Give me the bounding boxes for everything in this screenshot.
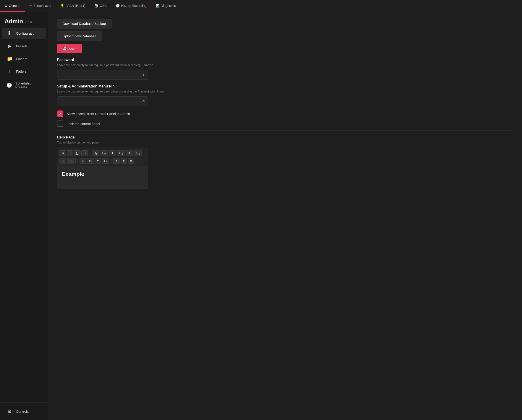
toolbar-h4[interactable]: H4 xyxy=(117,150,125,157)
toolbar-superscript[interactable]: x² xyxy=(80,158,86,164)
tab-diagnostics[interactable]: 📊 Diagnostics xyxy=(151,0,182,12)
toolbar-bold[interactable]: B xyxy=(60,150,66,156)
toolbar-align-right[interactable]: ≡ xyxy=(128,158,134,164)
app-version: v3.1.0 xyxy=(24,21,32,24)
help-page-editor: B I U S H1 H2 H3 H4 H5 H6 ☰ 1☰ x² x₂ ❝ F… xyxy=(57,148,148,189)
lock-panel-checkbox[interactable] xyxy=(57,120,63,127)
password-input[interactable] xyxy=(57,70,148,80)
save-button[interactable]: 💾 Save xyxy=(57,44,82,53)
allow-access-label: Allow access from Control Panel to Admin xyxy=(67,112,130,116)
toolbar-italic[interactable]: I xyxy=(67,150,73,156)
sidebar-item-configuration[interactable]: 🗄 Configuration xyxy=(2,28,46,39)
password-desc: Leave the box empty to not require a pas… xyxy=(57,63,513,68)
toolbar-h1[interactable]: H1 xyxy=(92,150,99,157)
database-actions: Download Database Backup Upload new Data… xyxy=(57,19,513,53)
toolbar-clear-format[interactable]: Fx xyxy=(102,158,109,164)
toolbar-ordered-list[interactable]: 1☰ xyxy=(67,158,76,164)
lock-panel-label: Lock the control panel xyxy=(67,122,100,126)
faders-icon: ↑ xyxy=(6,69,13,74)
main-content: Download Database Backup Upload new Data… xyxy=(48,12,522,420)
allow-access-row: ✓ Allow access from Control Panel to Adm… xyxy=(57,111,513,117)
lock-panel-row: Lock the control panel xyxy=(57,120,513,127)
allow-access-checkbox[interactable]: ✓ xyxy=(57,111,63,117)
password-toggle-visibility-icon[interactable]: 👁 xyxy=(142,73,146,77)
screensaver-icon: ✏ xyxy=(29,4,32,8)
password-input-wrapper: 👁 xyxy=(57,70,148,80)
sidebar-bottom: ⚙ Controls xyxy=(0,403,48,418)
upload-database-button[interactable]: Upload new Database xyxy=(57,31,102,41)
folders-icon: 📁 xyxy=(6,56,13,61)
presets-icon: ▶ xyxy=(6,43,13,49)
admin-pin-toggle-visibility-icon[interactable]: 👁 xyxy=(142,99,146,103)
download-database-button[interactable]: Download Database Backup xyxy=(57,19,111,29)
admin-pin-title: Setup & Administration Menu Pin xyxy=(57,84,513,88)
sidebar-item-folders[interactable]: 📁 Folders xyxy=(2,53,46,65)
tab-osc[interactable]: 📡 OSC xyxy=(90,0,111,12)
tab-screensaver[interactable]: ✏ Screensaver xyxy=(25,0,56,12)
toolbar-align-center[interactable]: ≡ xyxy=(121,158,127,164)
sidebar-item-controls[interactable]: ⚙ Controls xyxy=(2,405,46,417)
history-icon: 🕐 xyxy=(116,4,120,8)
toolbar-subscript[interactable]: x₂ xyxy=(87,158,94,164)
help-page-editor-body[interactable]: Example xyxy=(57,166,148,189)
sacn-icon: 💡 xyxy=(60,4,64,8)
sidebar-item-faders[interactable]: ↑ Faders xyxy=(2,66,46,77)
save-icon: 💾 xyxy=(62,46,67,51)
configuration-icon: 🗄 xyxy=(6,31,13,36)
admin-pin-input-wrapper: 👁 xyxy=(57,96,148,106)
help-page-title: Help Page xyxy=(57,135,513,139)
tab-sacn[interactable]: 💡 sACN (E1.31) xyxy=(56,0,90,12)
sidebar: Admin v3.1.0 🗄 Configuration ▶ Presets 📁… xyxy=(0,12,48,420)
app-title: Admin xyxy=(5,18,23,25)
divider xyxy=(57,130,513,131)
password-title: Password xyxy=(57,58,513,62)
toolbar-h5[interactable]: H5 xyxy=(126,150,133,157)
toolbar-sep-4 xyxy=(111,159,111,163)
sidebar-item-presets[interactable]: ▶ Presets xyxy=(2,40,46,52)
toolbar-sep-2 xyxy=(144,151,144,155)
toolbar-bullet-list[interactable]: ☰ xyxy=(60,158,66,164)
scheduled-presets-icon: 🕐 xyxy=(6,82,12,88)
admin-pin-desc: Leave the box empty to not require a pin… xyxy=(57,89,513,94)
diagnostics-icon: 📊 xyxy=(155,4,159,8)
toolbar-strikethrough[interactable]: S xyxy=(81,150,88,156)
toolbar-sep-1 xyxy=(90,151,90,155)
sidebar-item-scheduled-presets[interactable]: 🕐 Scheduled Presets xyxy=(2,78,46,92)
toolbar-underline[interactable]: U xyxy=(74,150,80,156)
app-title-area: Admin v3.1.0 xyxy=(0,14,48,27)
toolbar-h6[interactable]: H6 xyxy=(134,150,142,157)
editor-content: Example xyxy=(62,171,143,177)
toolbar-h3[interactable]: H3 xyxy=(109,150,116,157)
main-layout: Admin v3.1.0 🗄 Configuration ▶ Presets 📁… xyxy=(0,12,522,420)
controls-icon: ⚙ xyxy=(6,409,13,414)
toolbar-sep-3 xyxy=(77,159,78,163)
osc-icon: 📡 xyxy=(95,4,99,8)
general-icon: ⚙ xyxy=(5,4,8,8)
help-page-desc: Text to display on the help page xyxy=(57,140,513,145)
top-nav: ⚙ General ✏ Screensaver 💡 sACN (E1.31) 📡… xyxy=(0,0,522,12)
editor-toolbar: B I U S H1 H2 H3 H4 H5 H6 ☰ 1☰ x² x₂ ❝ F… xyxy=(57,148,148,166)
admin-pin-input[interactable] xyxy=(57,96,148,106)
toolbar-blockquote[interactable]: ❝ xyxy=(95,158,101,164)
toolbar-align-left[interactable]: ≡ xyxy=(113,158,120,164)
tab-history[interactable]: 🕐 History Recording xyxy=(111,0,151,12)
toolbar-h2[interactable]: H2 xyxy=(100,150,107,157)
tab-general[interactable]: ⚙ General xyxy=(0,0,25,12)
